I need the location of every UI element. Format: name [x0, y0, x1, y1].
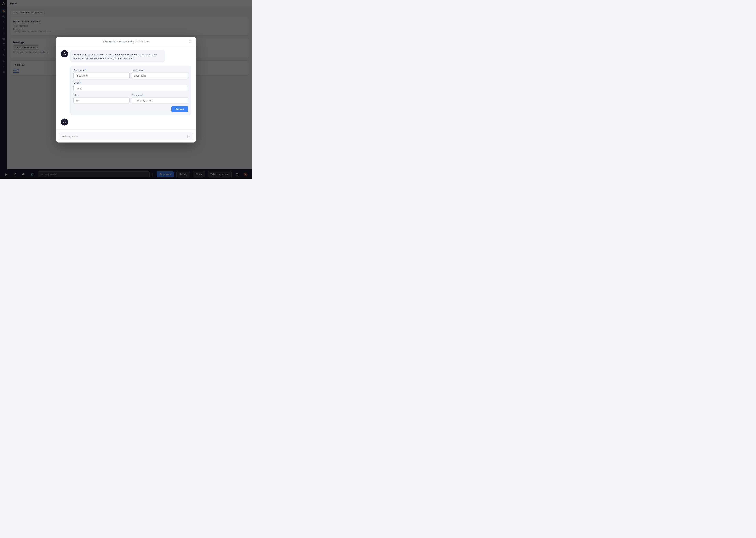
- email-label: Email*: [73, 81, 188, 84]
- title-label: Title: [73, 94, 129, 96]
- title-input[interactable]: [73, 97, 129, 104]
- modal-footer: ▷: [56, 130, 196, 143]
- company-label: Company*: [132, 94, 188, 96]
- last-name-label: Last name*: [132, 69, 188, 72]
- chat-message-1: Hi there, please tell us who we're chatt…: [61, 50, 191, 63]
- first-name-group: First name*: [73, 69, 129, 79]
- name-row: First name* Last name*: [73, 69, 188, 79]
- submit-row: Submit: [73, 106, 188, 112]
- title-group: Title: [73, 94, 129, 104]
- bot-avatar: [61, 50, 68, 57]
- modal-title: Conversation started Today at 11:30 am: [103, 40, 149, 43]
- email-group: Email*: [73, 81, 188, 91]
- chat-message-2: [61, 119, 191, 126]
- company-group: Company*: [132, 94, 188, 104]
- chat-modal: Conversation started Today at 11:30 am ×…: [56, 37, 196, 143]
- modal-close-button[interactable]: ×: [187, 39, 193, 44]
- email-row: Email*: [73, 81, 188, 91]
- company-input[interactable]: [132, 97, 188, 104]
- ask-question-input[interactable]: [62, 135, 186, 138]
- bot-avatar-2: [61, 119, 68, 126]
- ask-input-container: ▷: [59, 132, 193, 140]
- modal-body: Hi there, please tell us who we're chatt…: [56, 46, 196, 130]
- title-company-row: Title Company*: [73, 94, 188, 104]
- last-name-group: Last name*: [132, 69, 188, 79]
- first-name-label: First name*: [73, 69, 129, 72]
- last-name-input[interactable]: [132, 73, 188, 79]
- email-input[interactable]: [73, 85, 188, 91]
- modal-header: Conversation started Today at 11:30 am ×: [56, 37, 196, 46]
- send-icon: ▷: [187, 134, 190, 138]
- chat-bubble: Hi there, please tell us who we're chatt…: [70, 50, 165, 63]
- modal-send-button[interactable]: ▷: [187, 134, 190, 138]
- submit-button[interactable]: Submit: [171, 106, 188, 112]
- first-name-input[interactable]: [73, 73, 129, 79]
- contact-form: First name* Last name* Email*: [70, 66, 191, 115]
